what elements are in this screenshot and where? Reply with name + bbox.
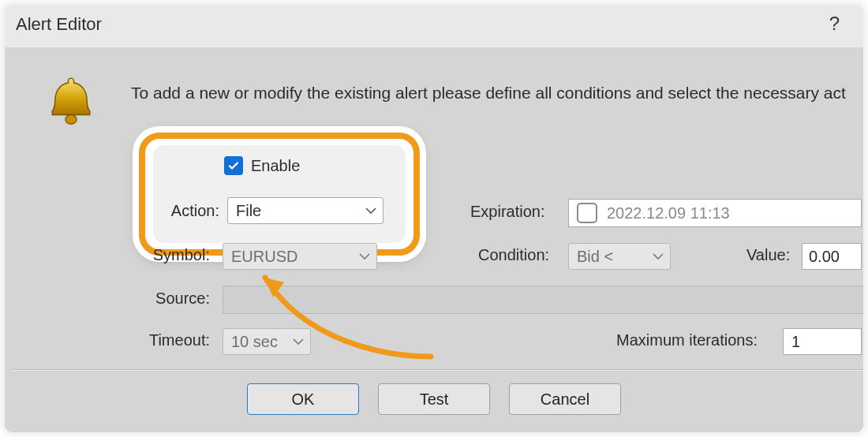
expiration-value: 2022.12.09 11:13 (607, 204, 730, 222)
bell-icon (41, 73, 101, 133)
divider (13, 369, 863, 371)
help-button[interactable]: ? (829, 13, 840, 35)
condition-label: Condition: (478, 246, 549, 264)
intro-text: To add a new or modify the existing aler… (131, 84, 863, 103)
value-input-value: 0.00 (809, 248, 840, 266)
chevron-down-icon (293, 338, 304, 345)
timeout-label: Timeout: (125, 331, 210, 349)
condition-combo[interactable]: Bid < (568, 243, 671, 270)
max-iterations-value: 1 (791, 333, 800, 351)
symbol-label: Symbol: (139, 246, 210, 264)
expiration-field[interactable]: 2022.12.09 11:13 (568, 199, 862, 227)
source-label: Source: (139, 289, 210, 308)
symbol-combo-value: EURUSD (231, 248, 297, 266)
chevron-down-icon (653, 253, 664, 260)
svg-point-0 (65, 114, 77, 124)
value-input[interactable]: 0.00 (802, 243, 862, 270)
action-combo[interactable]: File (227, 197, 383, 224)
expiration-label: Expiration: (470, 203, 545, 221)
window-title: Alert Editor (16, 14, 102, 35)
max-iterations-input[interactable]: 1 (783, 328, 862, 355)
chevron-down-icon (359, 253, 370, 260)
test-button-label: Test (420, 390, 449, 409)
timeout-combo[interactable]: 10 sec (223, 328, 311, 355)
timeout-combo-value: 10 sec (231, 333, 278, 351)
value-label: Value: (746, 246, 790, 264)
condition-combo-value: Bid < (577, 248, 613, 266)
dialog-body: To add a new or modify the existing aler… (5, 47, 863, 432)
button-row: OK Test Cancel (5, 383, 863, 415)
highlight-callout: Enable Action: File (139, 133, 420, 256)
enable-label: Enable (251, 157, 300, 175)
symbol-combo[interactable]: EURUSD (223, 243, 377, 270)
chevron-down-icon (365, 207, 376, 214)
highlight-callout-inner: Enable Action: File (153, 145, 406, 243)
ok-button[interactable]: OK (247, 383, 359, 415)
action-label: Action: (161, 202, 219, 220)
cancel-button[interactable]: Cancel (509, 383, 621, 415)
title-bar: Alert Editor ? (5, 5, 863, 48)
test-button[interactable]: Test (378, 383, 490, 415)
action-combo-value: File (236, 202, 261, 220)
max-iterations-label: Maximum iterations: (616, 331, 758, 349)
expiration-checkbox[interactable] (577, 203, 597, 223)
dialog-frame: Alert Editor ? To add a new or modify th… (5, 5, 863, 432)
enable-checkbox[interactable] (224, 156, 243, 175)
cancel-button-label: Cancel (541, 390, 589, 409)
source-input[interactable] (223, 286, 863, 314)
ok-button-label: OK (292, 390, 315, 409)
